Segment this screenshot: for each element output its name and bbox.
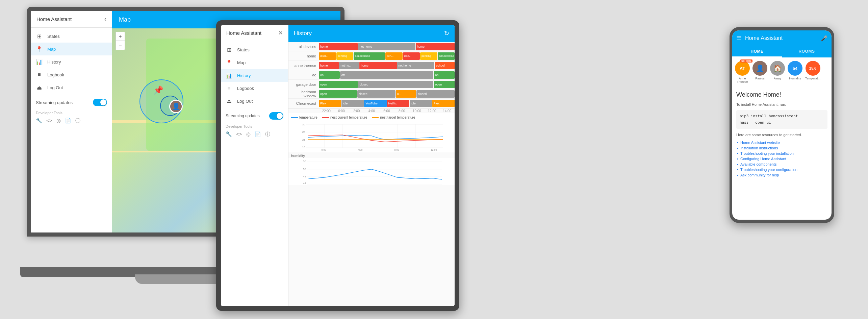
- legend-nest-target: nest target temperature: [372, 116, 415, 119]
- link-components[interactable]: Available components: [736, 162, 827, 166]
- avatar-item-away[interactable]: 🏠 Away: [770, 61, 785, 83]
- laptop-streaming-toggle[interactable]: [93, 99, 107, 106]
- fileconfig-icon[interactable]: 📄: [65, 118, 71, 124]
- link-community[interactable]: Ask community for help: [736, 173, 827, 177]
- tablet-toggle-knob: [277, 113, 283, 119]
- hbar-bed-open1: open: [319, 90, 357, 98]
- api-icon[interactable]: ◎: [56, 118, 61, 124]
- laptop-nav-map[interactable]: 📍 Map: [31, 43, 112, 55]
- tablet-nav-logbook[interactable]: ≡ Logbook: [221, 82, 288, 95]
- hbar-ac-off: off: [340, 71, 434, 79]
- tablet-logout-icon: ⏏: [226, 98, 232, 104]
- tablet-api-icon[interactable]: ◎: [246, 131, 251, 138]
- tablet-nav-logout[interactable]: ⏏ Log Out: [221, 95, 288, 107]
- info-icon[interactable]: ⓘ: [75, 118, 80, 124]
- svg-text:8:00: 8:00: [394, 148, 399, 151]
- code-icon[interactable]: <>: [46, 118, 52, 124]
- tablet-template-icon[interactable]: 🔧: [226, 131, 232, 138]
- code-block: pip3 install homeassistant hass --open-u…: [736, 110, 827, 129]
- history-bars-chromecast: Plex idle YouTube Netflix idle Plex: [319, 100, 455, 107]
- link-install-instructions[interactable]: Installation instructions: [736, 146, 827, 150]
- svg-text:30: 30: [302, 123, 305, 126]
- legend-nest-target-label: nest target temperature: [380, 116, 415, 119]
- laptop-streaming-row: Streaming updates: [31, 96, 112, 109]
- hbar-garage-closed: closed: [358, 81, 433, 88]
- tablet-time-axis: 22:00 0:00 2:00 4:00 6:00 8:00 10:00 12:…: [288, 108, 455, 113]
- laptop-streaming-label: Streaming updates: [36, 100, 73, 105]
- tablet-nav-history-label: History: [237, 73, 251, 78]
- install-intro-text: To install Home Assistant, run:: [736, 102, 827, 107]
- avatar-temp: 15.6: [806, 61, 820, 76]
- tablet-nav-logbook-label: Logbook: [237, 86, 254, 91]
- avatar-item-humidity[interactable]: 54 Humidity: [788, 61, 802, 83]
- temperature-chart-svg: 30 24 21 18: [291, 121, 452, 151]
- map-zoom-controls: + −: [116, 32, 125, 50]
- history-label-bedroom: bedroom window: [288, 90, 319, 98]
- tablet-sidebar-close-icon[interactable]: ✕: [278, 30, 283, 36]
- phone-mic-icon[interactable]: 🎤: [821, 35, 827, 42]
- avatar-away: 🏠: [770, 61, 785, 76]
- phone-menu-icon[interactable]: ☰: [736, 34, 742, 42]
- svg-text:48: 48: [303, 175, 306, 178]
- tablet-dev-tools-icons: 🔧 <> ◎ 📄 ⓘ: [221, 129, 288, 140]
- laptop-sidebar-collapse-icon[interactable]: ‹: [104, 16, 106, 23]
- avatar-item-temp[interactable]: 15.6 Temperat...: [805, 61, 820, 83]
- legend-nest-current: nest current temperature: [322, 116, 367, 119]
- time-0600: 6:00: [379, 109, 394, 113]
- hbar-anne-home1: home: [319, 62, 339, 69]
- hbar-pen: pen...: [385, 52, 403, 60]
- nest-current-color: [322, 117, 329, 118]
- laptop-nav-logout[interactable]: ⏏ Log Out: [31, 81, 112, 94]
- tablet-list-icon: ≡: [226, 85, 232, 92]
- svg-text:12:00: 12:00: [431, 148, 437, 151]
- hbar-home-1: home: [319, 43, 358, 50]
- laptop-dev-tools-icons: 🔧 <> ◎ 📄 ⓘ: [31, 116, 112, 126]
- history-label-anne: anne therese: [288, 64, 319, 68]
- hbar-garage-open1: open: [319, 81, 358, 88]
- link-troubleshoot-config[interactable]: Troubleshooting your configuration: [736, 168, 827, 172]
- history-row-ac: ac on off on: [288, 70, 455, 80]
- map-zoom-out[interactable]: −: [116, 41, 125, 50]
- hbar-pending-1: pending: [336, 52, 354, 60]
- link-troubleshoot-install[interactable]: Troubleshooting your installation: [736, 151, 827, 155]
- hbar-anne-nothome1: not ho...: [339, 62, 359, 69]
- tablet-nav-history[interactable]: 📊 History: [221, 69, 288, 82]
- tablet-info-icon[interactable]: ⓘ: [265, 131, 270, 138]
- hbar-anne-school: school: [435, 62, 455, 69]
- avatar-item-anne[interactable]: AT SCHOOL AnneTherese: [735, 61, 750, 83]
- phone-tab-home[interactable]: HOME: [732, 46, 782, 57]
- tablet-nav-states[interactable]: ⊞ States: [221, 43, 288, 56]
- avatar-item-paulus[interactable]: 👤 Paulus: [752, 61, 767, 83]
- history-label-all-devices: all devices: [288, 45, 319, 49]
- paulus-label: Paulus: [755, 77, 765, 80]
- tablet-streaming-toggle[interactable]: [269, 112, 283, 120]
- tablet-nav-map[interactable]: 📍 Map: [221, 56, 288, 69]
- time-2200: 22:00: [319, 109, 334, 113]
- map-icon: 📍: [36, 46, 43, 52]
- tablet-topbar-title: History: [294, 30, 312, 37]
- phone-app-title: Home Assistant: [745, 35, 817, 41]
- history-label-ac: ac: [288, 73, 319, 77]
- hbar-pending-2: pending: [420, 52, 437, 60]
- map-zoom-in[interactable]: +: [116, 32, 125, 41]
- laptop-sidebar: Home Assistant ‹ ⊞ States 📍 Map 📊 Histor…: [31, 11, 112, 232]
- time-1200: 12:00: [425, 109, 440, 113]
- link-ha-website[interactable]: Home Assistant website: [736, 141, 827, 145]
- history-label-chromecast: Chromecast: [288, 101, 319, 105]
- history-bars-garage: open closed open: [319, 81, 455, 88]
- tablet-fileconfig-icon[interactable]: 📄: [255, 131, 261, 138]
- tablet-refresh-icon[interactable]: ↻: [444, 30, 449, 37]
- temp-line-color: [291, 117, 298, 118]
- temp-line: [308, 135, 443, 140]
- history-bars-home: disar... pending armed home pen... disa.…: [319, 52, 455, 60]
- phone-tab-rooms[interactable]: ROOMS: [782, 46, 832, 57]
- laptop-nav-logbook[interactable]: ≡ Logbook: [31, 68, 112, 81]
- avatar-paulus: 👤: [752, 61, 767, 76]
- template-icon[interactable]: 🔧: [36, 118, 42, 124]
- tablet-code-icon[interactable]: <>: [236, 131, 242, 138]
- laptop-nav-history[interactable]: 📊 History: [31, 55, 112, 68]
- laptop-nav-states[interactable]: ⊞ States: [31, 30, 112, 43]
- phone-content: Welcome Home! To install Home Assistant,…: [732, 87, 832, 220]
- link-configure-ha[interactable]: Configuring Home Assistant: [736, 157, 827, 161]
- resources-intro-text: Here are some resources to get started.: [736, 132, 827, 138]
